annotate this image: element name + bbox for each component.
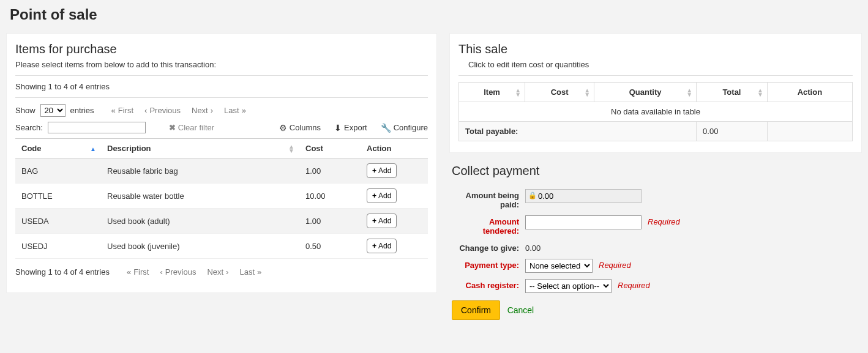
chevron-double-left-icon: « (111, 106, 116, 115)
show-label-pre: Show (15, 106, 36, 115)
pager-first[interactable]: «First (127, 267, 149, 277)
columns-button[interactable]: ⚙ Columns (279, 123, 321, 133)
cell-cost: 1.00 (299, 209, 361, 234)
chevron-right-icon: › (226, 267, 228, 277)
sale-subtitle: Click to edit item cost or quantities (458, 60, 853, 69)
sale-col-action: Action (767, 83, 852, 102)
payment-section: Collect payment Amount being paid: 🔒 Amo… (449, 153, 862, 320)
chevron-left-icon: ‹ (160, 267, 162, 277)
amount-tendered-input[interactable] (525, 215, 642, 229)
add-button[interactable]: +Add (367, 214, 397, 228)
col-code[interactable]: Code ▲ (15, 139, 101, 158)
payment-type-label: Payment type: (452, 259, 519, 270)
lock-icon: 🔒 (528, 191, 537, 199)
clear-filter-button[interactable]: ✖ Clear filter (169, 123, 214, 132)
plus-icon: + (372, 166, 376, 175)
sale-empty: No data available in table (459, 102, 853, 122)
sale-col-total[interactable]: Total▲▼ (697, 83, 768, 102)
items-panel: Items for purchase Please select items f… (6, 33, 437, 293)
payment-type-select[interactable]: None selected (525, 259, 593, 273)
right-column: This sale Click to edit item cost or qua… (449, 33, 862, 320)
col-action: Action (361, 139, 428, 158)
divider (458, 75, 853, 76)
cell-cost: 0.50 (299, 234, 361, 259)
items-showing-top: Showing 1 to 4 of 4 entries (15, 82, 428, 91)
required-flag: Required (599, 259, 631, 270)
total-payable-label: Total payable: (459, 122, 697, 141)
search-label: Search: (15, 123, 43, 132)
col-cost: Cost (299, 139, 361, 158)
payment-heading: Collect payment (452, 164, 859, 178)
sale-panel: This sale Click to edit item cost or qua… (449, 33, 862, 153)
chevron-double-left-icon: « (127, 267, 131, 277)
table-row: BOTTLE Reusable water bottle 10.00 +Add (15, 184, 428, 209)
cell-desc: Used book (juvenile) (101, 234, 299, 259)
add-button[interactable]: +Add (367, 188, 397, 203)
chevron-right-icon: › (211, 106, 213, 115)
change-label: Change to give: (452, 242, 519, 253)
pager-prev[interactable]: ‹Previous (144, 106, 181, 115)
required-flag: Required (618, 279, 650, 290)
export-button[interactable]: ⬇ Export (334, 123, 367, 133)
cash-register-select[interactable]: -- Select an option-- (525, 279, 612, 293)
show-label-post: entries (70, 106, 94, 115)
cell-cost: 10.00 (299, 184, 361, 209)
page-title: Point of sale (10, 6, 862, 23)
cell-desc: Reusable water bottle (101, 184, 299, 209)
chevron-left-icon: ‹ (144, 106, 147, 115)
pager-next[interactable]: Next› (207, 267, 228, 277)
cash-register-label: Cash register: (452, 279, 519, 290)
pager-next[interactable]: Next› (192, 106, 213, 115)
cell-desc: Reusable fabric bag (101, 158, 299, 184)
close-icon: ✖ (169, 123, 176, 132)
configure-button[interactable]: 🔧 Configure (381, 123, 428, 133)
cell-cost: 1.00 (299, 158, 361, 184)
items-table: Code ▲ Description ▲▼ Cost Action BAG Re… (15, 138, 428, 259)
cell-code: USEDJ (15, 234, 101, 259)
add-button[interactable]: +Add (367, 163, 397, 178)
page-size-select[interactable]: 20 (40, 104, 65, 117)
plus-icon: + (372, 217, 376, 225)
wrench-icon: 🔧 (381, 123, 391, 133)
pager-last[interactable]: Last» (239, 267, 261, 277)
col-description[interactable]: Description ▲▼ (101, 139, 299, 158)
sale-col-qty[interactable]: Quantity▲▼ (594, 83, 697, 102)
divider (15, 75, 428, 76)
divider (15, 97, 428, 98)
table-row: USEDJ Used book (juvenile) 0.50 +Add (15, 234, 428, 259)
pager-first[interactable]: «First (111, 106, 134, 115)
items-subtitle: Please select items from below to add to… (15, 60, 428, 69)
required-flag: Required (648, 215, 680, 226)
amount-tendered-label: Amount tendered: (452, 215, 519, 236)
table-row: BAG Reusable fabric bag 1.00 +Add (15, 158, 428, 184)
pager-prev[interactable]: ‹Previous (160, 267, 196, 277)
amount-paid-label: Amount being paid: (452, 189, 519, 209)
chevron-double-right-icon: » (257, 267, 261, 277)
items-showing-bottom: Showing 1 to 4 of 4 entries (15, 267, 110, 277)
plus-icon: + (372, 242, 376, 250)
total-payable-value: 0.00 (697, 122, 768, 141)
plus-icon: + (372, 191, 376, 200)
cell-code: BAG (15, 158, 101, 184)
add-button[interactable]: +Add (367, 239, 397, 253)
sale-col-item[interactable]: Item▲▼ (459, 83, 525, 102)
confirm-button[interactable]: Confirm (452, 300, 500, 320)
sale-heading: This sale (458, 42, 853, 56)
pager-last[interactable]: Last» (224, 106, 246, 115)
items-heading: Items for purchase (15, 42, 428, 56)
sale-col-cost[interactable]: Cost▲▼ (525, 83, 594, 102)
sale-table: Item▲▼ Cost▲▼ Quantity▲▼ Total▲▼ Action … (458, 82, 853, 141)
search-input[interactable] (48, 122, 146, 133)
chevron-double-right-icon: » (242, 106, 246, 115)
cancel-link[interactable]: Cancel (507, 305, 534, 315)
cell-code: BOTTLE (15, 184, 101, 209)
download-icon: ⬇ (334, 123, 342, 133)
cell-code: USEDA (15, 209, 101, 234)
gear-icon: ⚙ (279, 123, 287, 133)
table-row: USEDA Used book (adult) 1.00 +Add (15, 209, 428, 234)
cell-desc: Used book (adult) (101, 209, 299, 234)
change-value: 0.00 (525, 242, 541, 253)
amount-paid-input (525, 189, 642, 203)
